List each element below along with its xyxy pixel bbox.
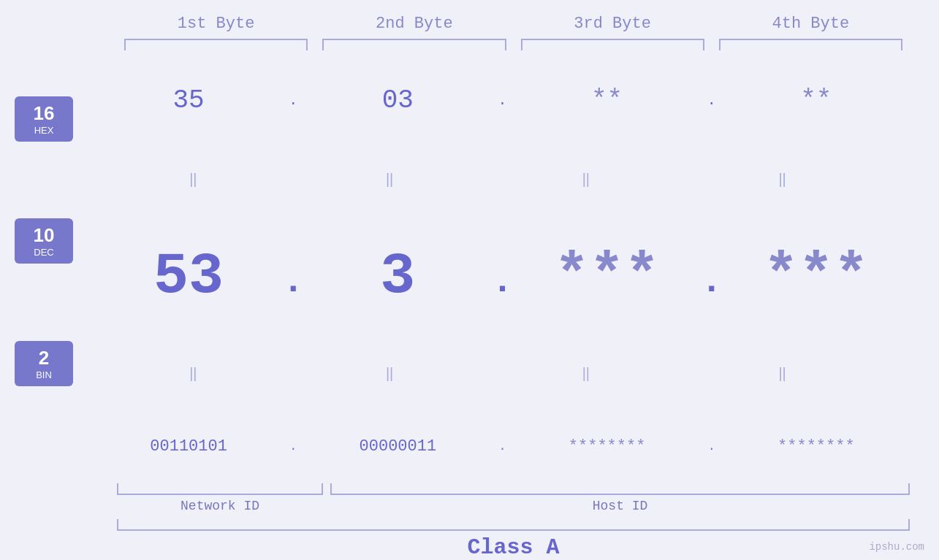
dec-byte1: 53	[95, 243, 282, 310]
class-bracket	[117, 519, 910, 531]
hex-badge: 16 HEX	[15, 96, 73, 142]
bin-byte2-value: 00000011	[360, 437, 437, 456]
bin-badge: 2 BIN	[15, 341, 73, 386]
hex-dot2: .	[492, 92, 514, 109]
hex-row: 35 . 03 . ** . **	[95, 85, 910, 115]
bin-row: 00110101 . 00000011 . ******** . *******…	[95, 437, 910, 456]
equals-row-2: || || || ||	[95, 365, 881, 382]
hex-byte2-value: 03	[382, 85, 414, 115]
dec-byte3: ***	[514, 243, 701, 310]
dec-dot3: .	[701, 261, 723, 310]
eq1-1: ||	[95, 171, 292, 188]
byte-headers: 1st Byte 2nd Byte 3rd Byte 4th Byte	[117, 0, 910, 33]
byte4-header: 4th Byte	[712, 15, 910, 33]
base-labels: 16 HEX 10 DEC 2 BIN	[0, 58, 95, 483]
dec-byte3-value: ***	[555, 243, 660, 310]
bin-byte3: ********	[514, 437, 701, 456]
bin-byte1: 00110101	[95, 437, 282, 456]
bracket-top-3	[521, 39, 704, 50]
hex-byte1-value: 35	[173, 85, 205, 115]
dec-row: 53 . 3 . *** . ***	[95, 243, 910, 310]
eq1-3: ||	[488, 171, 685, 188]
bin-byte4-value: ********	[778, 437, 855, 456]
hex-dot1: .	[282, 92, 304, 109]
equals-row-1: || || || ||	[95, 171, 881, 188]
bin-byte2: 00000011	[304, 437, 491, 456]
eq2-2: ||	[292, 365, 488, 382]
bin-byte3-value: ********	[569, 437, 646, 456]
bin-dot1: .	[282, 440, 304, 453]
top-brackets	[117, 39, 910, 50]
class-bracket-container	[117, 519, 910, 531]
eq2-1: ||	[95, 365, 292, 382]
hex-byte1: 35	[95, 85, 282, 115]
bin-dot2: .	[492, 440, 514, 453]
bracket-top-1	[124, 39, 308, 50]
network-bracket	[117, 483, 323, 495]
eq2-3: ||	[488, 365, 685, 382]
dec-byte2: 3	[304, 243, 491, 310]
dec-byte2-value: 3	[380, 243, 415, 310]
hex-byte4: **	[723, 85, 910, 115]
host-id-label: Host ID	[330, 499, 910, 513]
bin-base-label: BIN	[23, 369, 64, 380]
eq1-2: ||	[292, 171, 488, 188]
hex-byte3-value: **	[591, 85, 623, 115]
hex-dot3: .	[701, 92, 723, 109]
dec-base-number: 10	[23, 224, 64, 247]
bottom-section: Network ID Host ID	[117, 483, 910, 513]
byte2-header: 2nd Byte	[315, 15, 513, 33]
bin-base-number: 2	[23, 347, 64, 369]
dec-byte4: ***	[723, 243, 910, 310]
content-area: 16 HEX 10 DEC 2 BIN 35 . 03	[0, 58, 939, 483]
eq2-4: ||	[684, 365, 881, 382]
hex-byte3: **	[514, 85, 701, 115]
dec-badge: 10 DEC	[15, 218, 73, 264]
dec-dot1: .	[282, 261, 304, 310]
hex-byte4-value: **	[800, 85, 832, 115]
dec-dot2: .	[491, 261, 513, 310]
byte3-header: 3rd Byte	[514, 15, 712, 33]
bin-byte4: ********	[723, 437, 910, 456]
main-container: 1st Byte 2nd Byte 3rd Byte 4th Byte 16 H…	[0, 0, 939, 560]
eq1-4: ||	[684, 171, 881, 188]
network-id-label: Network ID	[117, 499, 323, 513]
bracket-top-4	[719, 39, 902, 50]
hex-base-label: HEX	[23, 125, 64, 136]
byte1-header: 1st Byte	[117, 15, 315, 33]
watermark: ipshu.com	[869, 541, 924, 553]
class-label-container: Class A	[117, 535, 910, 560]
hex-byte2: 03	[304, 85, 491, 115]
class-label: Class A	[467, 535, 559, 560]
dec-byte1-value: 53	[153, 243, 224, 310]
dec-byte4-value: ***	[764, 243, 869, 310]
id-label-row: Network ID Host ID	[117, 499, 910, 513]
dec-base-label: DEC	[23, 247, 64, 258]
bottom-brackets	[117, 483, 910, 495]
bracket-top-2	[322, 39, 506, 50]
bin-dot3: .	[701, 440, 723, 453]
bin-byte1-value: 00110101	[150, 437, 227, 456]
host-bracket	[330, 483, 910, 495]
hex-base-number: 16	[23, 102, 64, 125]
rows-container: 35 . 03 . ** . ** || || || ||	[95, 58, 910, 483]
